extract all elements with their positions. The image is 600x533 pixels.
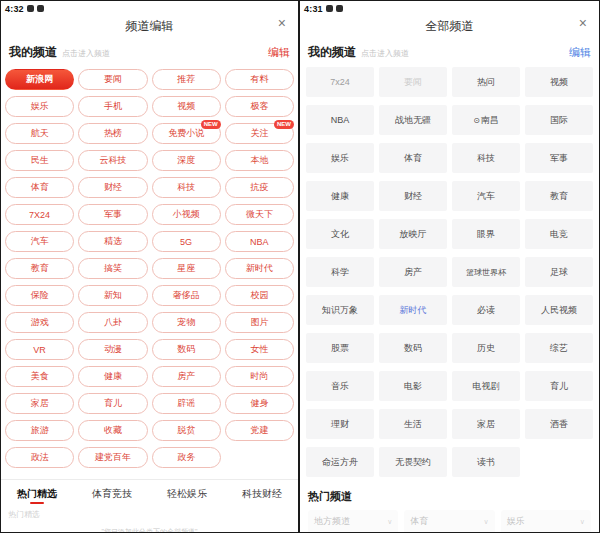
channel-tile[interactable]: 体育 xyxy=(379,143,447,173)
channel-pill[interactable]: 关注NEW xyxy=(225,123,294,144)
channel-tile[interactable]: 新时代 xyxy=(379,295,447,325)
channel-tile[interactable]: 科学 xyxy=(306,257,374,287)
channel-pill[interactable]: 星座 xyxy=(152,258,221,279)
category-tab[interactable]: 轻松娱乐 xyxy=(167,487,207,504)
channel-pill[interactable]: 新时代 xyxy=(225,258,294,279)
channel-tile[interactable]: 娱乐 xyxy=(306,143,374,173)
channel-tile[interactable]: 电视剧 xyxy=(452,371,520,401)
channel-tile[interactable]: 科技 xyxy=(452,143,520,173)
channel-tile[interactable]: 人民视频 xyxy=(525,295,593,325)
channel-pill[interactable]: 军事 xyxy=(78,204,147,225)
channel-pill[interactable]: 校园 xyxy=(225,285,294,306)
channel-pill[interactable]: 建党百年 xyxy=(78,447,147,468)
channel-pill[interactable]: 数码 xyxy=(152,339,221,360)
channel-pill[interactable]: 科技 xyxy=(152,177,221,198)
channel-pill[interactable]: 视频 xyxy=(152,96,221,117)
channel-tile[interactable]: 汽车 xyxy=(452,181,520,211)
channel-tile[interactable]: 数码 xyxy=(379,333,447,363)
channel-tile[interactable]: 视频 xyxy=(525,67,593,97)
channel-pill[interactable]: 宠物 xyxy=(152,312,221,333)
channel-pill[interactable]: 体育 xyxy=(5,177,74,198)
channel-tile[interactable]: ⊙南昌 xyxy=(452,105,520,135)
channel-pill[interactable]: 热榜 xyxy=(78,123,147,144)
channel-pill[interactable]: 政务 xyxy=(152,447,221,468)
edit-button[interactable]: 编辑 xyxy=(569,45,591,60)
channel-tile[interactable]: 7x24 xyxy=(306,67,374,97)
category-tab[interactable]: 热门精选 xyxy=(17,487,57,504)
channel-pill[interactable]: 美食 xyxy=(5,366,74,387)
channel-pill[interactable]: 小视频 xyxy=(152,204,221,225)
channel-pill[interactable]: 民生 xyxy=(5,150,74,171)
channel-pill[interactable]: 保险 xyxy=(5,285,74,306)
channel-tile[interactable]: 放映厅 xyxy=(379,219,447,249)
channel-pill[interactable]: 免费小说NEW xyxy=(152,123,221,144)
channel-tile[interactable]: 无畏契约 xyxy=(379,447,447,477)
channel-pill[interactable]: 八卦 xyxy=(78,312,147,333)
channel-tile[interactable]: 战地无疆 xyxy=(379,105,447,135)
channel-tile[interactable]: 要闻 xyxy=(379,67,447,97)
channel-tile[interactable]: 音乐 xyxy=(306,371,374,401)
channel-pill[interactable]: 党建 xyxy=(225,420,294,441)
channel-pill[interactable]: 收藏 xyxy=(78,420,147,441)
channel-pill[interactable]: 抗疫 xyxy=(225,177,294,198)
channel-tile[interactable]: 足球 xyxy=(525,257,593,287)
channel-pill[interactable]: 健康 xyxy=(78,366,147,387)
channel-tile[interactable]: 房产 xyxy=(379,257,447,287)
channel-pill[interactable]: 政法 xyxy=(5,447,74,468)
channel-pill[interactable]: 财经 xyxy=(78,177,147,198)
close-icon[interactable]: × xyxy=(579,16,587,30)
channel-pill[interactable]: VR xyxy=(5,339,74,360)
category-tab[interactable]: 科技财经 xyxy=(242,487,282,504)
hot-channel-card[interactable]: 体育∨ xyxy=(404,510,494,532)
channel-tile[interactable]: 军事 xyxy=(525,143,593,173)
channel-pill[interactable]: 育儿 xyxy=(78,393,147,414)
edit-button[interactable]: 编辑 xyxy=(268,45,290,60)
channel-pill[interactable]: 推荐 xyxy=(152,69,221,90)
hot-channel-card[interactable]: 地方频道∨ xyxy=(308,510,398,532)
channel-tile[interactable]: 文化 xyxy=(306,219,374,249)
channel-pill[interactable]: 要闻 xyxy=(78,69,147,90)
channel-pill[interactable]: 汽车 xyxy=(5,231,74,252)
channel-pill[interactable]: 有料 xyxy=(225,69,294,90)
channel-pill[interactable]: 云科技 xyxy=(78,150,147,171)
channel-tile[interactable]: 家居 xyxy=(452,409,520,439)
channel-tile[interactable]: 读书 xyxy=(452,447,520,477)
channel-pill[interactable]: 房产 xyxy=(152,366,221,387)
channel-pill[interactable]: 奢侈品 xyxy=(152,285,221,306)
channel-pill[interactable]: 旅游 xyxy=(5,420,74,441)
close-icon[interactable]: × xyxy=(278,16,286,30)
channel-pill[interactable]: 辟谣 xyxy=(152,393,221,414)
channel-pill[interactable]: 健身 xyxy=(225,393,294,414)
channel-pill[interactable]: 手机 xyxy=(78,96,147,117)
channel-pill[interactable]: 新浪网 xyxy=(5,69,74,90)
channel-tile[interactable]: 育儿 xyxy=(525,371,593,401)
channel-tile[interactable]: 篮球世界杯 xyxy=(452,257,520,287)
channel-pill[interactable]: 娱乐 xyxy=(5,96,74,117)
hot-channel-card[interactable]: 娱乐∨ xyxy=(501,510,591,532)
channel-pill[interactable]: 精选 xyxy=(78,231,147,252)
channel-tile[interactable]: 教育 xyxy=(525,181,593,211)
channel-tile[interactable]: 电竞 xyxy=(525,219,593,249)
channel-pill[interactable]: 7X24 xyxy=(5,204,74,225)
channel-pill[interactable]: 本地 xyxy=(225,150,294,171)
channel-tile[interactable]: 热问 xyxy=(452,67,520,97)
channel-tile[interactable]: 生活 xyxy=(379,409,447,439)
channel-pill[interactable]: 游戏 xyxy=(5,312,74,333)
channel-tile[interactable]: 命运方舟 xyxy=(306,447,374,477)
channel-pill[interactable]: 动漫 xyxy=(78,339,147,360)
channel-tile[interactable]: 财经 xyxy=(379,181,447,211)
channel-tile[interactable]: 眼界 xyxy=(452,219,520,249)
channel-pill[interactable]: 教育 xyxy=(5,258,74,279)
channel-tile[interactable]: 股票 xyxy=(306,333,374,363)
channel-tile[interactable]: 必读 xyxy=(452,295,520,325)
channel-pill[interactable]: 5G xyxy=(152,231,221,252)
channel-pill[interactable]: 新知 xyxy=(78,285,147,306)
channel-pill[interactable]: 微天下 xyxy=(225,204,294,225)
channel-pill[interactable]: 家居 xyxy=(5,393,74,414)
channel-tile[interactable]: 电影 xyxy=(379,371,447,401)
channel-pill[interactable]: 深度 xyxy=(152,150,221,171)
category-tab[interactable]: 体育竞技 xyxy=(92,487,132,504)
channel-tile[interactable]: 健康 xyxy=(306,181,374,211)
channel-pill[interactable]: 时尚 xyxy=(225,366,294,387)
channel-pill[interactable]: 脱贫 xyxy=(152,420,221,441)
